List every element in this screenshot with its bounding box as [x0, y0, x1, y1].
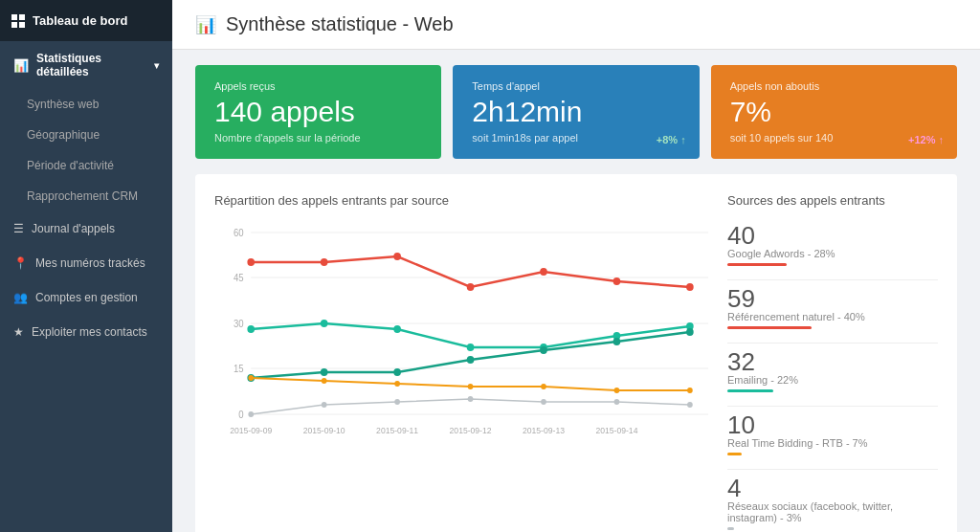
source-bar-rs [727, 527, 734, 530]
kpi-sub-appels-recus: Nombre d'appels sur la période [214, 132, 422, 144]
contacts-label: Exploiter mes contacts [32, 325, 147, 339]
dot-rtb-5 [541, 384, 546, 389]
svg-text:15: 15 [234, 364, 244, 374]
sidebar-item-statistiques-detaillees[interactable]: 📊 Statistiques détaillées ▾ [0, 41, 172, 89]
kpi-value-appels-recus: 140 appels [214, 96, 422, 128]
sidebar-app-title[interactable]: Tableau de bord [0, 0, 172, 41]
page-header: 📊 Synthèse statistique - Web [172, 0, 980, 50]
kpi-card-temps-appel: Temps d'appel 2h12min soit 1min18s par a… [453, 65, 699, 159]
star-icon: ★ [13, 325, 24, 339]
kpi-value-non-aboutis: 7% [730, 96, 938, 128]
source-desc-rtb: Real Time Bidding - RTB - 7% [727, 437, 938, 449]
dot-em-2 [321, 368, 328, 376]
dot-rs-4 [468, 396, 474, 402]
source-bar-em [727, 389, 773, 392]
dot-em-3 [393, 368, 401, 376]
grid-icon [11, 14, 25, 28]
kpi-card-appels-recus: Appels reçus 140 appels Nombre d'appels … [195, 65, 441, 159]
dot-rtb-7 [687, 388, 693, 393]
chart-section: Répartition des appels entrants par sour… [195, 174, 957, 532]
dot-rs-2 [322, 402, 327, 408]
source-value-rs: 4 [727, 476, 938, 500]
kpi-badge-temps-appel: +8% ↑ [657, 134, 686, 145]
source-item-emailing: 32 Emailing - 22% [727, 349, 938, 392]
source-item-rtb: 10 Real Time Bidding - RTB - 7% [727, 412, 938, 455]
chart-container: 60 45 30 15 0 2015-09-09 2015-09-10 2015… [214, 223, 708, 453]
numbers-icon: 📍 [13, 256, 28, 270]
source-value-rtb: 10 [727, 412, 938, 437]
main-content: 📊 Synthèse statistique - Web Appels reçu… [172, 0, 980, 532]
sources-panel: Sources des appels entrants 40 Google Ad… [727, 193, 938, 532]
source-desc-ga: Google Adwords - 28% [727, 248, 938, 259]
chart-title: Répartition des appels entrants par sour… [214, 193, 708, 208]
sources-title: Sources des appels entrants [727, 193, 938, 208]
divider-1 [727, 279, 938, 280]
sidebar-item-periode-activite[interactable]: Période d'activité [0, 150, 172, 181]
source-item-referencement-naturel: 59 Référencement naturel - 40% [727, 286, 938, 329]
kpi-label-non-aboutis: Appels non aboutis [730, 80, 938, 92]
dot-ga-6 [613, 277, 621, 285]
dot-em-6 [613, 338, 621, 345]
line-emailing [251, 332, 690, 378]
kpi-row: Appels reçus 140 appels Nombre d'appels … [172, 50, 980, 174]
dot-rn-3 [393, 325, 401, 333]
svg-text:2015-09-11: 2015-09-11 [376, 426, 418, 435]
svg-text:60: 60 [234, 228, 244, 238]
kpi-value-temps-appel: 2h12min [472, 96, 679, 128]
dot-rn-2 [321, 320, 328, 327]
dot-rtb-6 [614, 388, 620, 393]
kpi-label-appels-recus: Appels reçus [214, 80, 422, 92]
sidebar-item-comptes-gestion[interactable]: 👥 Comptes en gestion [0, 280, 172, 315]
divider-3 [727, 406, 938, 407]
kpi-sub-non-aboutis: soit 10 appels sur 140 [730, 132, 938, 144]
dot-rtb-4 [468, 384, 474, 389]
dot-rn-1 [247, 325, 255, 333]
source-value-ga: 40 [727, 223, 938, 248]
kpi-label-temps-appel: Temps d'appel [472, 80, 679, 92]
kpi-sub-temps-appel: soit 1min18s par appel [472, 132, 679, 144]
source-bar-ga [727, 263, 787, 266]
sidebar-item-geographique[interactable]: Géographique [0, 120, 172, 150]
dot-rtb-3 [394, 381, 400, 387]
page-title: Synthèse statistique - Web [226, 13, 454, 35]
dot-rs-7 [687, 402, 693, 408]
journal-icon: ☰ [13, 222, 24, 235]
kpi-badge-non-aboutis: +12% ↑ [908, 134, 944, 145]
chevron-icon: ▾ [154, 60, 159, 71]
sidebar-item-journal-appels[interactable]: ☰ Journal d'appels [0, 211, 172, 246]
sidebar-item-exploiter-contacts[interactable]: ★ Exploiter mes contacts [0, 315, 172, 349]
svg-text:2015-09-09: 2015-09-09 [230, 426, 272, 435]
dot-em-5 [540, 346, 547, 354]
numeros-label: Mes numéros trackés [35, 256, 145, 270]
source-item-reseaux-sociaux: 4 Réseaux sociaux (facebook, twitter, in… [727, 476, 938, 530]
comptes-icon: 👥 [13, 291, 28, 304]
svg-text:2015-09-13: 2015-09-13 [523, 426, 565, 435]
dot-rtb-1 [248, 375, 254, 381]
dot-ga-2 [321, 258, 328, 266]
dot-em-7 [686, 328, 694, 336]
source-bar-rtb [727, 453, 742, 455]
svg-text:2015-09-12: 2015-09-12 [450, 426, 492, 435]
sidebar: Tableau de bord 📊 Statistiques détaillée… [0, 0, 172, 532]
dot-ga-1 [247, 258, 255, 266]
dot-ga-3 [393, 253, 401, 260]
svg-text:0: 0 [238, 410, 244, 420]
chart-area: Répartition des appels entrants par sour… [214, 193, 708, 532]
source-desc-em: Emailing - 22% [727, 374, 938, 386]
dot-ga-4 [467, 283, 475, 291]
dot-rs-6 [614, 399, 620, 405]
svg-text:2015-09-10: 2015-09-10 [303, 426, 345, 435]
source-value-em: 32 [727, 349, 938, 374]
sidebar-item-mes-numeros[interactable]: 📍 Mes numéros trackés [0, 246, 172, 280]
sidebar-section-label: Statistiques détaillées [36, 52, 146, 78]
dot-rs-3 [394, 399, 400, 405]
dot-rn-4 [467, 344, 475, 351]
sidebar-item-synthese-web[interactable]: Synthèse web [0, 89, 172, 120]
comptes-label: Comptes en gestion [35, 291, 138, 304]
divider-2 [727, 343, 938, 344]
svg-text:45: 45 [234, 273, 244, 283]
line-google-adwords [251, 256, 690, 287]
sidebar-item-rapprochement-crm[interactable]: Rapprochement CRM [0, 181, 172, 211]
bar-chart-icon: 📊 [13, 58, 29, 73]
journal-label: Journal d'appels [32, 222, 115, 235]
